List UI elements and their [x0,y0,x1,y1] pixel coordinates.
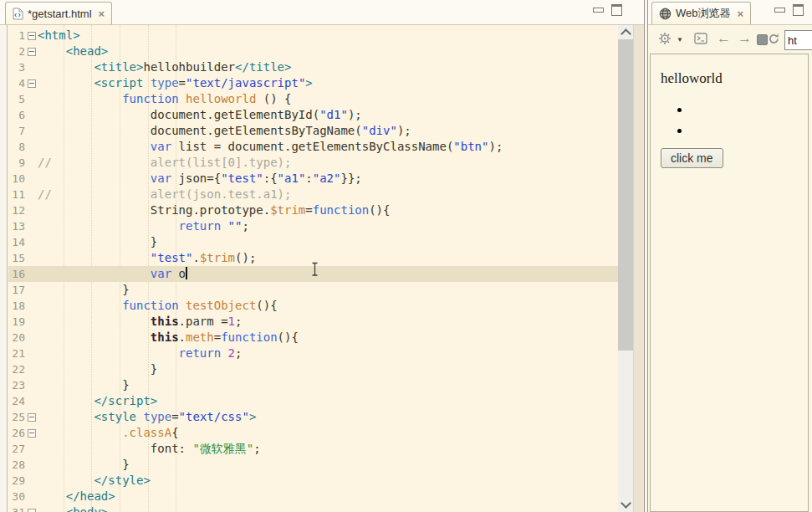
code-line[interactable]: 17 } [8,282,618,298]
annotation-ruler [0,25,8,512]
code-line[interactable]: 5 function helloworld () { [8,91,618,107]
code-line[interactable]: 22 } [8,361,618,377]
code-line[interactable]: 9// alert(list[0].type); [8,155,618,171]
code-text: .classA{ [38,425,179,441]
back-button[interactable]: ← [717,32,731,45]
line-number: 22 [8,361,25,377]
fold-spacer [25,441,38,457]
fold-spacer [25,266,38,282]
fold-spacer [25,346,38,361]
code-line[interactable]: 11// alert(json.test.a1); [8,187,618,202]
code-line[interactable]: 21 return 2; [8,346,618,361]
click-me-button[interactable]: click me [661,148,723,168]
fold-spacer [25,282,38,298]
fold-toggle-icon[interactable] [25,44,38,59]
maximize-icon[interactable] [793,4,804,16]
line-number: 7 [8,123,25,139]
refresh-button[interactable] [767,32,781,46]
line-number: 29 [8,473,25,489]
editor-scrollbar[interactable] [618,25,633,512]
code-text: // alert(list[0].type); [38,155,291,171]
code-editor[interactable]: 1<html>2 <head>3 <title>hellohbuilder</t… [0,25,618,512]
line-number: 20 [8,330,25,346]
scroll-up-icon[interactable] [620,28,631,39]
browser-tab-title: Web浏览器 [676,6,731,21]
code-line[interactable]: 28 } [8,457,618,473]
line-number: 16 [8,266,25,282]
fold-spacer [25,298,38,314]
code-line[interactable]: 4 <script type="text/javascript"> [8,75,618,91]
code-line[interactable]: 26 .classA{ [8,425,618,441]
code-line[interactable]: 12 String.prototype.$trim=function(){ [8,202,618,218]
list-item [677,100,808,120]
url-input[interactable] [784,30,812,50]
code-line[interactable]: 23 } [8,377,618,393]
fold-toggle-icon[interactable] [25,409,38,425]
fold-spacer [25,91,38,107]
code-text: </script> [38,393,157,409]
code-line[interactable]: 3 <title>hellohbuilder</title> [8,59,618,75]
settings-gear-icon[interactable] [658,32,672,45]
dropdown-arrow-icon[interactable]: ▼ [677,36,683,44]
code-text: } [38,457,130,473]
fold-toggle-icon[interactable] [25,75,38,91]
editor-tab[interactable]: *getstart.html × [5,2,112,24]
fold-spacer [25,107,38,123]
code-text: } [38,282,130,298]
code-text: <style type="text/css"> [38,409,256,425]
forward-button[interactable]: → [738,32,752,45]
fold-toggle-icon[interactable] [25,425,38,441]
code-line[interactable]: 1<html> [8,28,618,44]
code-text: var o [38,266,187,282]
code-text: } [38,377,130,393]
code-line[interactable]: 31 <body> [8,504,618,512]
code-text: var list = document.getElementsByClassNa… [38,139,503,155]
tab-close-icon[interactable]: × [99,8,105,20]
fold-spacer [25,393,38,409]
line-number: 2 [8,44,25,59]
code-line[interactable]: 18 function testObject(){ [8,298,618,314]
editor-tab-title: *getstart.html [28,8,92,20]
fold-spacer [25,330,38,346]
code-line[interactable]: 20 this.meth=function(){ [8,330,618,346]
line-number: 1 [8,28,25,44]
code-line[interactable]: 19 this.parm =1; [8,314,618,330]
fold-spacer [25,187,38,202]
code-line[interactable]: 10 var json={"test":{"a1":"a2"}}; [8,171,618,187]
code-line[interactable]: 2 <head> [8,44,618,59]
open-terminal-icon[interactable] [694,32,707,45]
maximize-icon[interactable] [611,4,622,16]
minimize-icon[interactable] [774,8,785,13]
code-text: <head> [38,44,108,59]
line-number: 8 [8,139,25,155]
web-browser-tab[interactable]: Web浏览器 × [651,2,751,24]
code-line[interactable]: 29 </style> [8,473,618,489]
code-text: String.prototype.$trim=function(){ [38,202,390,218]
code-text: var json={"test":{"a1":"a2"}}; [38,171,362,187]
scroll-down-icon[interactable] [620,498,631,509]
code-line[interactable]: 13 return ""; [8,218,618,234]
code-line[interactable]: 25 <style type="text/css"> [8,409,618,425]
fold-spacer [25,489,38,504]
scrollbar-thumb[interactable] [618,39,633,351]
code-text: this.meth=function(){ [38,330,299,346]
browser-preview: helloworld click me [650,54,809,512]
code-line[interactable]: 7 document.getElementsByTagName("div"); [8,123,618,139]
code-text: <title>hellohbuilder</title> [38,59,291,75]
code-line[interactable]: 30 </head> [8,489,618,504]
minimize-icon[interactable] [593,8,604,13]
preview-heading: helloworld [661,70,808,87]
code-text: </head> [38,489,115,504]
tab-close-icon[interactable]: × [738,8,744,20]
code-line[interactable]: 14 } [8,234,618,250]
fold-toggle-icon[interactable] [25,504,38,512]
code-line[interactable]: 24 </script> [8,393,618,409]
code-line[interactable]: 6 document.getElementById("d1"); [8,107,618,123]
line-number: 27 [8,441,25,457]
line-number: 17 [8,282,25,298]
code-line[interactable]: 27 font: "微软雅黑"; [8,441,618,457]
code-line[interactable]: 8 var list = document.getElementsByClass… [8,139,618,155]
line-number: 18 [8,298,25,314]
fold-toggle-icon[interactable] [25,28,38,44]
line-number: 3 [8,59,25,75]
